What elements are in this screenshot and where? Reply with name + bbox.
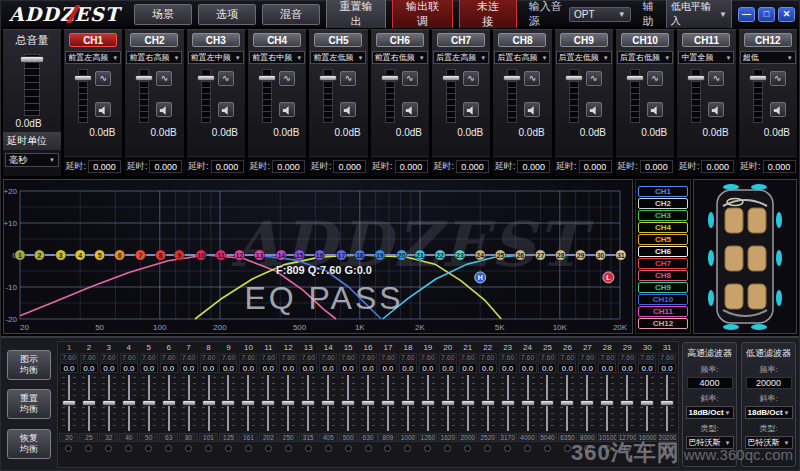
band-gain-value[interactable]: 0.0 xyxy=(379,363,397,373)
slider-thumb[interactable] xyxy=(202,400,216,406)
band-select-radio[interactable] xyxy=(85,445,92,452)
fader-thumb[interactable] xyxy=(319,75,337,81)
slider-thumb[interactable] xyxy=(301,400,315,406)
channel-delay-value[interactable]: 0.000 xyxy=(763,160,796,173)
channel-delay-value[interactable]: 0.000 xyxy=(579,160,612,173)
channel-output-select[interactable]: 前置左低频▼ xyxy=(310,51,366,64)
band-gain-value[interactable]: 0.0 xyxy=(479,363,497,373)
legend-CH4[interactable]: CH4 xyxy=(638,222,688,233)
channel-header-CH1[interactable]: CH1 xyxy=(69,33,117,47)
band-gain-slider[interactable] xyxy=(480,375,496,431)
legend-CH5[interactable]: CH5 xyxy=(638,234,688,245)
band-gain-value[interactable]: 0.0 xyxy=(339,363,357,373)
band-gain-slider[interactable] xyxy=(121,375,137,431)
mute-button[interactable] xyxy=(708,102,724,117)
channel-header-CH3[interactable]: CH3 xyxy=(192,33,240,47)
band-gain-value[interactable]: 0.0 xyxy=(100,363,118,373)
eq-band-point-19[interactable]: 19 xyxy=(375,250,385,260)
channel-delay-value[interactable]: 0.000 xyxy=(333,160,366,173)
band-select-radio[interactable] xyxy=(105,445,112,452)
fader-thumb[interactable] xyxy=(626,75,644,81)
eq-band-point-27[interactable]: 27 xyxy=(535,250,545,260)
phase-button[interactable]: ∿ xyxy=(770,71,786,86)
channel-output-select[interactable]: 后置左高频▼ xyxy=(433,51,489,64)
channel-output-select[interactable]: 中置全频▼ xyxy=(678,51,734,64)
band-gain-value[interactable]: 0.0 xyxy=(459,363,477,373)
close-button[interactable]: ✕ xyxy=(778,7,795,22)
channel-delay-value[interactable]: 0.000 xyxy=(149,160,182,173)
slider-thumb[interactable] xyxy=(501,400,515,406)
band-gain-value[interactable]: 0.0 xyxy=(499,363,517,373)
band-select-radio[interactable] xyxy=(384,445,391,452)
band-gain-value[interactable]: 0.0 xyxy=(60,363,78,373)
band-select-radio[interactable] xyxy=(345,445,352,452)
slider-thumb[interactable] xyxy=(241,400,255,406)
eq-band-point-30[interactable]: 30 xyxy=(595,250,605,260)
band-select-radio[interactable] xyxy=(205,445,212,452)
band-gain-slider[interactable] xyxy=(659,375,675,431)
lpf-freq-value[interactable]: 20000 xyxy=(746,377,792,389)
channel-output-select[interactable]: 前置左高频▼ xyxy=(65,51,121,64)
band-gain-value[interactable]: 0.0 xyxy=(538,363,556,373)
legend-CH3[interactable]: CH3 xyxy=(638,210,688,221)
band-gain-slider[interactable] xyxy=(240,375,256,431)
band-select-radio[interactable] xyxy=(185,445,192,452)
eq-band-point-7[interactable]: 7 xyxy=(135,250,145,260)
slider-thumb[interactable] xyxy=(620,400,634,406)
band-gain-slider[interactable] xyxy=(400,375,416,431)
aux-select[interactable]: 低电平输入 ▼ xyxy=(666,0,732,30)
legend-CH6[interactable]: CH6 xyxy=(638,246,688,257)
band-gain-slider[interactable] xyxy=(61,375,77,431)
eq-band-point-18[interactable]: 18 xyxy=(355,250,365,260)
legend-CH12[interactable]: CH12 xyxy=(638,318,688,329)
band-gain-value[interactable]: 0.0 xyxy=(558,363,576,373)
eq-band-point-10[interactable]: 10 xyxy=(196,250,206,260)
mute-button[interactable] xyxy=(402,102,418,117)
mute-button[interactable] xyxy=(524,102,540,117)
crossover-marker-L[interactable]: L xyxy=(603,272,614,283)
phase-button[interactable]: ∿ xyxy=(156,71,172,86)
band-select-radio[interactable] xyxy=(604,445,611,452)
fader-thumb[interactable] xyxy=(565,75,583,81)
channel-delay-value[interactable]: 0.000 xyxy=(517,160,550,173)
band-gain-value[interactable]: 0.0 xyxy=(279,363,297,373)
band-gain-slider[interactable] xyxy=(639,375,655,431)
band-gain-value[interactable]: 0.0 xyxy=(239,363,257,373)
band-gain-value[interactable]: 0.0 xyxy=(80,363,98,373)
slider-thumb[interactable] xyxy=(281,400,295,406)
eq-band-point-21[interactable]: 21 xyxy=(415,250,425,260)
slider-thumb[interactable] xyxy=(261,400,275,406)
eq-band-point-29[interactable]: 29 xyxy=(575,250,585,260)
delay-unit-select[interactable]: 毫秒 ▼ xyxy=(5,153,59,167)
eq-band-point-31[interactable]: 31 xyxy=(616,250,626,260)
channel-delay-value[interactable]: 0.000 xyxy=(211,160,244,173)
phase-button[interactable]: ∿ xyxy=(340,71,356,86)
band-gain-value[interactable]: 0.0 xyxy=(140,363,158,373)
slider-thumb[interactable] xyxy=(481,400,495,406)
channel-output-select[interactable]: 前置右高频▼ xyxy=(126,51,182,64)
slider-thumb[interactable] xyxy=(640,400,654,406)
minimize-button[interactable]: — xyxy=(738,7,755,22)
channel-fader[interactable] xyxy=(136,69,152,123)
channel-delay-value[interactable]: 0.000 xyxy=(395,160,428,173)
band-select-radio[interactable] xyxy=(285,445,292,452)
band-gain-slider[interactable] xyxy=(599,375,615,431)
band-gain-slider[interactable] xyxy=(320,375,336,431)
channel-header-CH12[interactable]: CH12 xyxy=(744,33,792,47)
band-gain-value[interactable]: 0.0 xyxy=(399,363,417,373)
slider-thumb[interactable] xyxy=(82,400,96,406)
band-gain-value[interactable]: 0.0 xyxy=(180,363,198,373)
band-select-radio[interactable] xyxy=(165,445,172,452)
band-gain-value[interactable]: 0.0 xyxy=(519,363,537,373)
slider-thumb[interactable] xyxy=(441,400,455,406)
band-gain-value[interactable]: 0.0 xyxy=(578,363,596,373)
phase-button[interactable]: ∿ xyxy=(402,71,418,86)
eq-band-point-12[interactable]: 12 xyxy=(234,250,244,260)
band-select-radio[interactable] xyxy=(624,445,631,452)
band-gain-slider[interactable] xyxy=(181,375,197,431)
channel-delay-value[interactable]: 0.000 xyxy=(272,160,305,173)
band-select-radio[interactable] xyxy=(444,445,451,452)
slider-thumb[interactable] xyxy=(381,400,395,406)
band-gain-slider[interactable] xyxy=(101,375,117,431)
band-gain-value[interactable]: 0.0 xyxy=(299,363,317,373)
